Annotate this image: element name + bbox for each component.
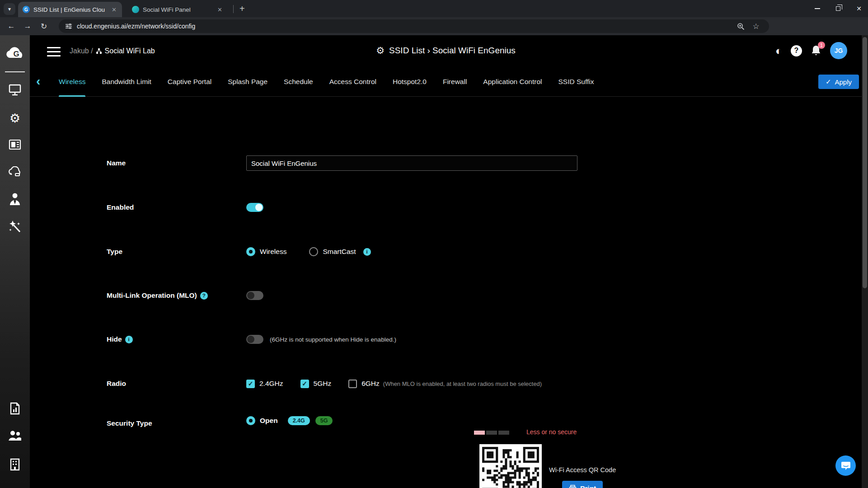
tab-firewall[interactable]: Firewall: [443, 67, 467, 97]
enabled-toggle[interactable]: [246, 203, 263, 212]
print-label: Print: [580, 484, 596, 488]
mlo-toggle[interactable]: [246, 291, 263, 300]
url-text[interactable]: cloud.engenius.ai/ezm/network/ssid/confi…: [77, 23, 195, 30]
back-icon[interactable]: ←: [5, 20, 17, 32]
security-open-label: Open: [260, 417, 278, 425]
user-avatar[interactable]: JG: [830, 42, 847, 59]
printer-icon: [569, 485, 577, 488]
magic-wand-icon[interactable]: [0, 220, 30, 233]
page-title-group: ⚙ SSID List › Social WiFi EnGenius: [376, 45, 516, 56]
security-type-label: Security Type: [107, 419, 246, 427]
new-tab-button[interactable]: +: [239, 4, 245, 14]
browser-tab-active[interactable]: G SSID List | EnGenius Clou ✕: [18, 2, 122, 17]
print-button[interactable]: Print: [562, 481, 603, 488]
reload-icon[interactable]: ↻: [38, 20, 50, 32]
team-people-icon[interactable]: [0, 430, 30, 441]
close-icon[interactable]: ✕: [855, 5, 863, 12]
type-label: Type: [107, 248, 246, 256]
hide-label: Hide: [107, 335, 122, 343]
notifications-button[interactable]: 1: [811, 45, 821, 56]
app-header: Jakub / Social WiFi Lab ⚙ SSID List › So…: [30, 35, 862, 67]
breadcrumb[interactable]: Jakub / Social WiFi Lab: [70, 47, 155, 55]
ssid-name-input[interactable]: [246, 155, 577, 171]
security-open-radio[interactable]: [246, 416, 255, 425]
browser-tab-strip: ▾ G SSID List | EnGenius Clou ✕ Social W…: [0, 0, 868, 17]
apply-button[interactable]: ✓ Apply: [818, 75, 859, 89]
radio-5ghz-label: 5GHz: [314, 380, 332, 388]
type-wireless-radio[interactable]: [246, 247, 255, 256]
tab-application-control[interactable]: Application Control: [483, 67, 542, 97]
hide-toggle[interactable]: [246, 335, 263, 344]
tab-bandwidth-limit[interactable]: Bandwidth Limit: [102, 67, 151, 97]
type-smartcast-label: SmartCast: [323, 248, 356, 256]
ssid-section-nav: ‹ Wireless Bandwidth Limit Captive Porta…: [30, 67, 862, 97]
admin-person-icon[interactable]: [0, 192, 30, 205]
tab-hotspot20[interactable]: Hotspot2.0: [393, 67, 427, 97]
cloud-sync-icon[interactable]: [0, 166, 30, 178]
radio-note: (When MLO is enabled, at least two radio…: [383, 380, 542, 387]
breadcrumb-user: Jakub /: [70, 47, 93, 55]
tab-splash-page[interactable]: Splash Page: [228, 67, 267, 97]
chat-launcher-button[interactable]: [835, 455, 856, 476]
zoom-icon[interactable]: [736, 21, 746, 31]
tab-divider: [233, 5, 234, 13]
name-label: Name: [107, 159, 246, 167]
radio-24ghz-label: 2.4GHz: [259, 380, 283, 388]
report-file-icon[interactable]: [0, 402, 30, 415]
tab-close-icon[interactable]: ✕: [111, 6, 117, 13]
back-chevron-icon[interactable]: ‹: [36, 75, 40, 88]
ssid-tabs: Wireless Bandwidth Limit Captive Portal …: [59, 67, 594, 97]
organization-building-icon[interactable]: [0, 458, 30, 471]
radio-24ghz-checkbox[interactable]: ✓: [246, 380, 255, 388]
minimize-icon[interactable]: [814, 5, 821, 12]
engenius-cloud-logo-icon[interactable]: G: [0, 46, 30, 61]
dark-mode-toggle-icon[interactable]: ◐: [775, 45, 782, 56]
type-wireless-label: Wireless: [260, 248, 286, 256]
tab-captive-portal[interactable]: Captive Portal: [168, 67, 211, 97]
monitor-icon[interactable]: [0, 84, 30, 96]
radio-label: Radio: [107, 380, 246, 388]
tab-ssid-suffix[interactable]: SSID Suffix: [558, 67, 594, 97]
chat-bubble-icon: [840, 460, 851, 471]
svg-text:G: G: [13, 50, 19, 58]
app-window: G ⚙ J: [0, 35, 868, 488]
hide-info-icon[interactable]: i: [125, 336, 133, 343]
hamburger-menu-icon[interactable]: [47, 47, 61, 59]
gear-icon: ⚙: [376, 45, 385, 56]
tab-close-icon[interactable]: ✕: [216, 6, 223, 13]
window-controls: ✕: [814, 0, 863, 17]
scrollbar-thumb[interactable]: [863, 37, 867, 288]
band-badge-24g: 2.4G: [288, 416, 310, 425]
wireless-settings-form: Name Enabled Type Wireless SmartCast i: [30, 97, 862, 488]
help-icon[interactable]: ?: [791, 45, 802, 56]
band-badge-5g: 5G: [315, 416, 333, 425]
address-bar[interactable]: cloud.engenius.ai/ezm/network/ssid/confi…: [59, 19, 769, 33]
restore-icon[interactable]: [835, 5, 842, 12]
site-info-icon[interactable]: [65, 23, 72, 30]
page-scrollbar[interactable]: [862, 35, 868, 488]
gear-icon[interactable]: ⚙: [0, 111, 30, 126]
type-smartcast-radio[interactable]: [309, 247, 318, 256]
news-report-icon[interactable]: [0, 139, 30, 150]
breadcrumb-org: Social WiFi Lab: [105, 47, 155, 55]
security-strength-text: Less or no secure: [526, 428, 577, 436]
tab-schedule[interactable]: Schedule: [284, 67, 313, 97]
tab-search-button[interactable]: ▾: [4, 3, 15, 15]
smartcast-info-icon[interactable]: i: [363, 248, 371, 256]
tab-access-control[interactable]: Access Control: [329, 67, 376, 97]
enabled-label: Enabled: [107, 203, 246, 211]
mlo-help-icon[interactable]: ?: [200, 292, 208, 300]
forward-icon[interactable]: →: [22, 20, 33, 32]
bookmark-star-icon[interactable]: ☆: [751, 21, 761, 31]
tab-wireless[interactable]: Wireless: [59, 67, 85, 97]
tab-title: SSID List | EnGenius Clou: [33, 6, 107, 13]
page-title: SSID List › Social WiFi EnGenius: [389, 46, 516, 56]
app-sidebar: G ⚙: [0, 35, 30, 488]
tab-title: Social WiFi Panel: [143, 6, 213, 13]
wifi-qr-code: [479, 444, 542, 488]
radio-6ghz-checkbox[interactable]: [348, 380, 357, 388]
apply-label: Apply: [835, 78, 852, 86]
browser-tab[interactable]: Social WiFi Panel ✕: [127, 2, 228, 17]
sidebar-separator: [5, 71, 25, 72]
radio-5ghz-checkbox[interactable]: ✓: [300, 380, 309, 388]
